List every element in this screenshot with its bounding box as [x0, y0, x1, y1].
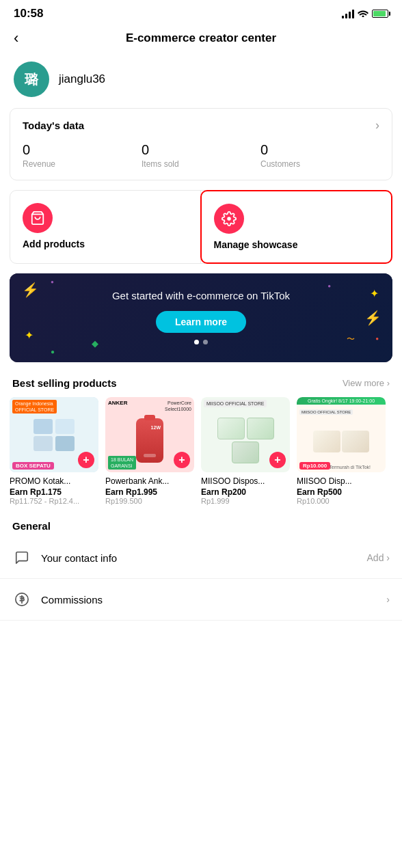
product-name-2: Powerbank Ank... [105, 476, 194, 486]
username: jianglu36 [59, 72, 105, 86]
status-bar: 10:58 [0, 0, 402, 25]
data-stats: 0 Revenue 0 Items sold 0 Customers [23, 142, 379, 169]
banner-pagination [23, 340, 379, 344]
battery-icon [372, 10, 388, 18]
stat-items-sold: 0 Items sold [142, 142, 260, 169]
product-name-1: PROMO Kotak... [10, 476, 98, 486]
deco-circle-purple: ● [51, 279, 54, 285]
action-buttons: Add products Manage showcase [10, 190, 392, 264]
promo-banner[interactable]: ⚡ ● ✦ ● ✦ ● ⚡ ◆ ● 〜 Get started with e-c… [10, 273, 392, 362]
page-title: E-commerce creator center [126, 31, 276, 45]
store-tag-1: Orange IndonesiaOFFICIAL STORE [12, 400, 57, 413]
svg-point-1 [227, 217, 231, 221]
learn-more-button[interactable]: Learn more [156, 311, 246, 333]
stat-items-label: Items sold [142, 159, 260, 169]
view-more-link[interactable]: View more › [343, 378, 390, 388]
stat-customers-value: 0 [260, 142, 379, 158]
wifi-icon [358, 8, 368, 19]
header: ‹ E-commerce creator center [0, 25, 402, 55]
banner-content: Get started with e-commerce on TikTok Le… [23, 290, 379, 344]
best-selling-header: Best selling products View more › [0, 375, 402, 397]
add-product-1-button[interactable]: + [78, 452, 94, 468]
todays-data-card[interactable]: Today's data › 0 Revenue 0 Items sold 0 … [10, 108, 392, 180]
store-tag-3: MIISOO OFFICIAL STORE [204, 400, 267, 407]
price-tag-4: Rp10.000 [299, 462, 330, 470]
product-price-2: Rp199.500 [105, 497, 194, 505]
deco-circle-purple2: ● [327, 283, 331, 289]
signal-icon [342, 9, 354, 18]
banner-dot-2[interactable] [203, 340, 208, 344]
general-title: General [12, 520, 390, 532]
product-card-2[interactable]: ANKER PowerCoreSelect10000 12W 18 BULANG… [105, 397, 194, 505]
stat-customers: 0 Customers [260, 142, 379, 169]
product-earn-4: Earn Rp500 [297, 487, 386, 497]
manage-showcase-icon [214, 204, 244, 234]
product-tag-1: BOX SEPATU [12, 462, 54, 470]
product-card-4[interactable]: Gratis Ongkir! 8/17 19:00-21:00 MIISOO O… [297, 397, 386, 505]
contact-info-item[interactable]: Your contact info Add › [0, 537, 402, 579]
best-selling-title: Best selling products [12, 377, 117, 389]
banner-dot-1[interactable] [194, 340, 199, 344]
product-earn-3: Earn Rp200 [201, 487, 290, 497]
product-warranty: 18 BULANGARANSI [108, 456, 136, 470]
deco-circle-green: ● [51, 348, 55, 355]
avatar: 璐 [14, 62, 49, 97]
add-products-label: Add products [23, 239, 85, 249]
commissions-icon [12, 590, 31, 609]
stat-customers-label: Customers [260, 159, 379, 169]
products-scroll: BOX SEPATU Orange IndonesiaOFFICIAL STOR… [0, 397, 402, 515]
chevron-right-icon: › [375, 118, 379, 133]
product-card-1[interactable]: BOX SEPATU Orange IndonesiaOFFICIAL STOR… [10, 397, 98, 505]
commissions-chevron: › [386, 594, 390, 605]
add-product-2-button[interactable]: + [174, 452, 190, 468]
product-earn-1: Earn Rp1.175 [10, 487, 98, 497]
stat-revenue-label: Revenue [23, 159, 142, 169]
manage-showcase-label: Manage showcase [214, 239, 298, 250]
contact-info-action: Add › [367, 552, 390, 563]
termurah-tag: Termurah di TikTok! [329, 465, 371, 470]
status-time: 10:58 [14, 7, 43, 21]
contact-info-left: Your contact info [12, 548, 117, 567]
commissions-item[interactable]: Commissions › [0, 579, 402, 621]
commissions-action: › [386, 594, 390, 605]
product-image-3: MIISOO OFFICIAL STORE + [201, 397, 290, 472]
stat-items-value: 0 [142, 142, 260, 158]
commissions-left: Commissions [12, 590, 103, 609]
contact-info-icon [12, 548, 31, 567]
add-products-button[interactable]: Add products [10, 191, 201, 263]
product-price-1: Rp11.752 - Rp12.4... [10, 497, 98, 505]
contact-info-add: Add › [367, 552, 390, 563]
product-earn-2: Earn Rp1.995 [105, 487, 194, 497]
product-price-4: Rp10.000 [297, 497, 386, 505]
back-button[interactable]: ‹ [11, 27, 21, 50]
commissions-label: Commissions [41, 594, 103, 606]
store-tag-2: ANKER [108, 400, 127, 406]
profile-section: 璐 jianglu36 [0, 55, 402, 108]
stat-revenue: 0 Revenue [23, 142, 142, 169]
contact-info-label: Your contact info [41, 552, 117, 564]
add-products-icon [23, 203, 53, 233]
add-product-3-button[interactable]: + [269, 452, 286, 468]
product-image-1: BOX SEPATU Orange IndonesiaOFFICIAL STOR… [10, 397, 98, 472]
product-image-2: ANKER PowerCoreSelect10000 12W 18 BULANG… [105, 397, 194, 472]
product-tag-2: PowerCoreSelect10000 [165, 400, 191, 412]
product-name-3: MIISOO Dispos... [201, 476, 290, 486]
data-card-title: Today's data [23, 120, 84, 131]
banner-text: Get started with e-commerce on TikTok [23, 290, 379, 301]
general-section: General [0, 515, 402, 537]
product-image-4: Gratis Ongkir! 8/17 19:00-21:00 MIISOO O… [297, 397, 386, 472]
manage-showcase-button[interactable]: Manage showcase [200, 190, 393, 264]
status-icons [342, 8, 388, 19]
stat-revenue-value: 0 [23, 142, 142, 158]
store-tag-4: MIISOO OFFICIAL STORE [299, 409, 353, 415]
product-card-3[interactable]: MIISOO OFFICIAL STORE + MIISOO Dispos...… [201, 397, 290, 505]
product-price-3: Rp1.999 [201, 497, 290, 505]
product-tag-4: Gratis Ongkir! 8/17 19:00-21:00 [297, 397, 386, 405]
product-name-4: MIISOO Disp... [297, 476, 386, 486]
